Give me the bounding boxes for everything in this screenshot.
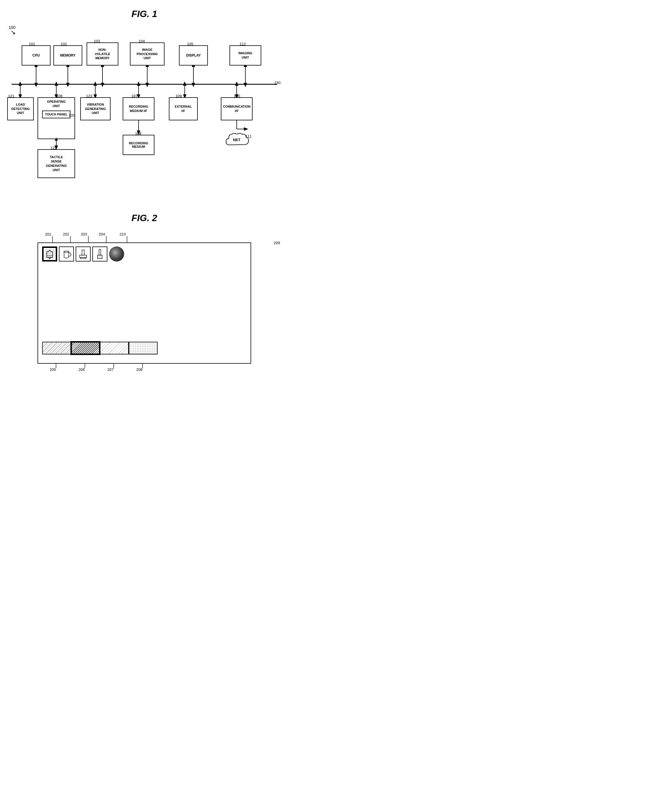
svg-marker-21 <box>18 81 22 86</box>
ref-112: 112 <box>240 42 246 46</box>
svg-marker-27 <box>94 81 97 86</box>
ref-109: 109 <box>176 94 182 98</box>
box-nonvolatile: NON-VOLATILEMEMORY <box>86 42 118 66</box>
svg-rect-64 <box>80 257 86 259</box>
ref-120: 120 <box>69 113 74 117</box>
ref-107: 107 <box>131 94 138 98</box>
box-load-detecting: LOADDETECTINGUNIT <box>7 97 34 120</box>
box-touch-panel: TOUCH PANEL <box>42 110 70 118</box>
swatch-207[interactable] <box>100 342 129 355</box>
ref-209: 209 <box>274 241 280 245</box>
svg-marker-15 <box>192 83 195 87</box>
bus-label-150: 150 <box>274 80 281 85</box>
swatch-row <box>42 342 158 355</box>
swatch-205[interactable] <box>42 342 71 355</box>
svg-marker-6 <box>66 83 70 87</box>
svg-rect-62 <box>82 250 84 255</box>
svg-rect-67 <box>98 255 102 259</box>
box-operating-unit-outer: OPERATINGUNIT TOUCH PANEL <box>38 97 75 139</box>
ref-101: 101 <box>29 42 35 46</box>
fig2-panel <box>38 243 251 364</box>
ref-104: 104 <box>139 39 145 43</box>
box-external-if: EXTERNALI/F <box>169 97 198 120</box>
ref-108: 108 <box>135 131 141 136</box>
fig2-title: FIG. 2 <box>6 213 283 224</box>
ref-206: 206 <box>78 367 85 372</box>
svg-marker-18 <box>244 83 247 87</box>
ref-123: 123 <box>86 94 92 98</box>
svg-marker-30 <box>137 81 140 86</box>
svg-rect-66 <box>99 249 101 255</box>
svg-marker-9 <box>101 83 104 87</box>
ref-106: 106 <box>56 94 62 98</box>
box-tactile: TACTILESENSEGENERATINGUNIT <box>38 149 75 178</box>
ref-111: 111 <box>245 134 252 139</box>
tool-pencil[interactable] <box>42 246 57 262</box>
box-imaging: IMAGINGUNIT <box>229 45 261 66</box>
swatch-206[interactable] <box>71 342 100 355</box>
svg-marker-12 <box>146 83 149 87</box>
box-image-processing: IMAGEPROCESSINGUNIT <box>130 42 165 66</box>
box-vibration: VIBRATIONGENERATINGUNIT <box>80 97 110 120</box>
svg-rect-57 <box>45 249 54 259</box>
svg-text:NET: NET <box>233 138 240 142</box>
ref-121: 121 <box>8 94 14 98</box>
fig1-title: FIG. 1 <box>6 9 283 19</box>
box-communication-if: COMMUNICATIONI/F <box>221 97 253 120</box>
svg-marker-24 <box>54 81 58 86</box>
box-recording-medium: RECORDINGMEDIUM <box>123 135 154 155</box>
ref-122: 122 <box>51 146 57 150</box>
tool-eraser[interactable] <box>59 246 74 262</box>
svg-marker-47 <box>244 127 248 131</box>
ref-103: 103 <box>94 39 100 43</box>
svg-marker-36 <box>235 81 238 86</box>
svg-marker-33 <box>183 81 186 86</box>
ref-207: 207 <box>107 367 114 372</box>
tool-brush[interactable] <box>92 246 107 262</box>
box-recording-if: RECORDINGMEDIUM I/F <box>123 97 154 120</box>
svg-marker-3 <box>34 83 38 87</box>
svg-rect-63 <box>80 255 86 257</box>
ref-102: 102 <box>61 42 67 46</box>
ref-105: 105 <box>187 42 194 46</box>
box-display: DISPLAY <box>179 45 208 66</box>
tool-stamp[interactable] <box>76 246 91 262</box>
ref-208: 208 <box>136 367 142 372</box>
ref-205: 205 <box>50 367 56 372</box>
box-memory: MEMORY <box>53 45 82 66</box>
tool-gradient[interactable] <box>109 246 124 262</box>
box-cpu: CPU <box>22 45 51 66</box>
swatch-208[interactable] <box>129 342 158 355</box>
ref-110: 110 <box>234 94 240 98</box>
